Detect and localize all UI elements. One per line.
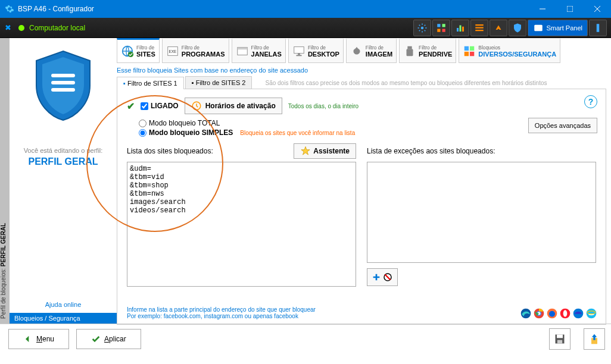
grid-button[interactable] [432,20,450,36]
subtab-sites1[interactable]: ▪ Filtro de SITES 1 [117,77,184,89]
shield-button[interactable] [509,20,526,36]
svg-rect-7 [460,25,462,32]
tab-small: Filtro de [251,45,282,51]
local-computer-label: Computador local [29,24,85,32]
blocked-globe-icon [382,272,393,283]
tab-sites[interactable]: Filtro deSITES [117,38,160,63]
add-exception-button[interactable] [367,268,398,286]
tab-label: SITES [136,51,155,58]
svg-rect-9 [476,24,484,26]
svg-rect-14 [597,24,600,32]
svg-rect-15 [51,74,75,77]
tab-small: Filtro de [182,45,225,51]
subtab-label: Filtro de SITES 1 [127,80,177,87]
help-link[interactable]: Ajuda online [10,301,117,308]
svg-rect-27 [407,46,412,49]
check-icon: ✔ [127,101,135,112]
tab-pendrive[interactable]: Filtro dePENDRIVE [399,38,456,63]
tab-imagem[interactable]: Filtro deIMAGEM [346,38,397,63]
svg-rect-2 [438,24,441,27]
menu-button[interactable]: Menu [8,329,69,349]
exceptions-list-label: Lista de exceções aos sites bloqueados: [367,147,495,155]
apply-button[interactable]: Aplicar [76,329,141,349]
editing-label: Você está editando o perfil: [14,147,112,154]
tab-programas[interactable]: EXE Filtro dePROGRAMAS [162,38,229,63]
assistant-button[interactable]: Assistente [294,143,356,159]
schedule-label: Horários de ativação [205,102,276,110]
subtab-label: Filtro de SITES 2 [196,79,246,86]
subtab-hint: São dois filtros caso precise os dois mo… [265,80,547,89]
apply-key: A [104,335,109,343]
security-icon [463,45,476,58]
enabled-checkbox[interactable]: LIGADO [141,102,179,110]
svg-rect-25 [298,54,300,55]
image-icon [350,45,363,58]
usb-icon [403,45,416,58]
radio-label: Modo bloqueio SIMPLES [149,128,233,137]
close-button[interactable] [584,0,611,18]
arrow-up-icon [588,333,600,345]
enabled-label: LIGADO [151,102,179,110]
tab-small: Filtro de [136,45,155,51]
ie-icon [585,307,597,319]
exe-icon: EXE [166,45,179,58]
save-button[interactable] [549,328,571,350]
tab-diversos[interactable]: BloqueiosDIVERSOS/SEGURANÇA [459,38,560,63]
blocked-sites-textarea[interactable] [127,162,356,287]
tab-small: Filtro de [366,45,392,51]
pin-icon[interactable]: ✖ [5,23,11,32]
svg-text:EXE: EXE [169,49,176,54]
help-icon[interactable]: ? [584,95,597,108]
chart-button[interactable] [451,20,469,36]
smart-panel-label: Smart Panel [546,24,582,32]
svg-rect-11 [476,30,484,31]
mode-total-radio[interactable]: Modo bloqueio TOTAL [139,119,596,127]
minimize-button[interactable] [529,0,556,18]
tab-janelas[interactable]: Filtro deJANELAS [232,38,286,63]
svg-rect-4 [438,29,441,32]
settings-button[interactable] [413,20,431,36]
svg-point-1 [421,26,424,29]
clock-icon [191,101,202,111]
exceptions-textarea[interactable] [367,162,596,263]
desktop-icon [292,45,306,58]
svg-rect-3 [442,24,445,27]
smart-panel-button[interactable]: Smart Panel [528,20,588,36]
tab-label: DIVERSOS/SEGURANÇA [478,51,556,58]
assistant-label: Assistente [313,147,350,155]
svg-rect-23 [237,48,247,50]
export-button[interactable] [584,328,605,350]
svg-rect-32 [470,52,474,56]
list-button[interactable] [470,20,488,36]
globe-icon [121,45,134,58]
mode-simple-radio[interactable]: Modo bloqueio SIMPLES Bloqueia os sites … [139,128,596,137]
apply-check-icon [91,334,101,344]
svg-point-43 [563,310,568,317]
tab-desktop[interactable]: Filtro deDESKTOP [288,38,344,63]
svg-rect-28 [407,49,413,56]
eye-button[interactable] [490,20,507,36]
svg-rect-0 [567,6,573,12]
blocked-list-label: Lista dos sites bloqueados: [127,147,213,155]
schedule-button[interactable]: Horários de ativação [185,98,282,114]
maximize-button[interactable] [556,0,584,18]
svg-rect-5 [442,29,445,32]
chrome-icon [533,307,545,319]
tab-small: Bloqueios [478,45,556,51]
subtab-sites2[interactable]: ▪ Filtro de SITES 2 [185,76,252,89]
opera-icon [559,307,571,319]
svg-rect-8 [462,26,464,31]
svg-rect-29 [465,46,469,51]
apply-rest: plicar [109,335,126,343]
window-icon [236,45,249,58]
extra-button[interactable] [589,20,607,36]
tab-small: Filtro de [419,45,452,51]
status-dot-icon [18,25,24,31]
side-rail[interactable]: Perfil de bloqueios: PERFIL GERAL [0,38,10,324]
back-arrow-icon [23,334,33,344]
advanced-options-button[interactable]: Opções avançadas [528,118,597,133]
section-footer: Bloqueios / Segurança [10,313,117,324]
svg-point-12 [498,29,500,30]
tab-small: Filtro de [308,45,339,51]
svg-rect-13 [535,24,543,31]
